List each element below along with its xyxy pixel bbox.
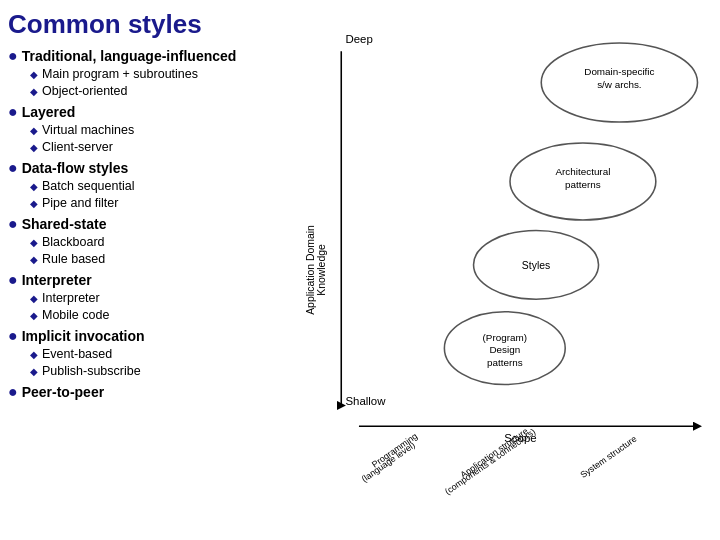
sub-item-text: Virtual machines xyxy=(42,122,134,140)
diamond-icon: ◆ xyxy=(30,68,38,82)
sub-item: ◆Object-oriented xyxy=(30,83,282,101)
section-header-layered: ●Layered xyxy=(8,103,282,121)
diamond-icon: ◆ xyxy=(30,309,38,323)
svg-text:patterns: patterns xyxy=(565,179,601,190)
bullet-implicit: ● xyxy=(8,327,18,345)
sub-item-text: Mobile code xyxy=(42,307,109,325)
diamond-icon: ◆ xyxy=(30,292,38,306)
sub-items-interpreter: ◆Interpreter◆Mobile code xyxy=(8,290,282,325)
section-header-interpreter: ●Interpreter xyxy=(8,271,282,289)
sub-item-text: Pipe and filter xyxy=(42,195,118,213)
diamond-icon: ◆ xyxy=(30,124,38,138)
svg-text:System structure: System structure xyxy=(578,434,638,480)
sub-item: ◆Mobile code xyxy=(30,307,282,325)
sub-item: ◆Virtual machines xyxy=(30,122,282,140)
sub-item: ◆Client-server xyxy=(30,139,282,157)
bullet-dataflow: ● xyxy=(8,159,18,177)
left-panel: Common styles ●Traditional, language-inf… xyxy=(0,0,290,540)
sub-item-text: Blackboard xyxy=(42,234,105,252)
sub-item-text: Rule based xyxy=(42,251,105,269)
sub-item-text: Object-oriented xyxy=(42,83,127,101)
section-label-interpreter: Interpreter xyxy=(22,272,92,288)
deep-label: Deep xyxy=(345,33,372,45)
section-header-traditional: ●Traditional, language-influenced xyxy=(8,47,282,65)
sub-item: ◆Pipe and filter xyxy=(30,195,282,213)
section-traditional: ●Traditional, language-influenced◆Main p… xyxy=(8,47,282,101)
shallow-label: Shallow xyxy=(345,395,386,407)
svg-text:Design: Design xyxy=(489,344,520,355)
sub-item: ◆Blackboard xyxy=(30,234,282,252)
svg-text:(components & connectors): (components & connectors) xyxy=(443,426,537,496)
svg-text:patterns: patterns xyxy=(487,357,523,368)
sub-items-layered: ◆Virtual machines◆Client-server xyxy=(8,122,282,157)
diamond-icon: ◆ xyxy=(30,197,38,211)
section-label-layered: Layered xyxy=(22,104,76,120)
svg-text:(language level): (language level) xyxy=(360,440,417,484)
sub-item: ◆Batch sequential xyxy=(30,178,282,196)
section-header-peer: ●Peer-to-peer xyxy=(8,383,282,401)
svg-text:Application Domain: Application Domain xyxy=(305,225,316,315)
sub-item: ◆Main program + subroutines xyxy=(30,66,282,84)
right-panel: Application Domain Knowledge Deep Shallo… xyxy=(290,0,720,540)
diagram-container: Application Domain Knowledge Deep Shallo… xyxy=(300,20,720,520)
svg-text:Architectural: Architectural xyxy=(555,166,610,177)
section-header-sharedstate: ●Shared-state xyxy=(8,215,282,233)
section-header-implicit: ●Implicit invocation xyxy=(8,327,282,345)
diamond-icon: ◆ xyxy=(30,253,38,267)
diamond-icon: ◆ xyxy=(30,365,38,379)
sub-item-text: Client-server xyxy=(42,139,113,157)
section-header-dataflow: ●Data-flow styles xyxy=(8,159,282,177)
bullet-layered: ● xyxy=(8,103,18,121)
diamond-icon: ◆ xyxy=(30,236,38,250)
page-title: Common styles xyxy=(8,10,282,39)
sub-item: ◆Interpreter xyxy=(30,290,282,308)
diamond-icon: ◆ xyxy=(30,141,38,155)
diamond-icon: ◆ xyxy=(30,180,38,194)
sub-item: ◆Publish-subscribe xyxy=(30,363,282,381)
sub-item-text: Event-based xyxy=(42,346,112,364)
sub-item: ◆Rule based xyxy=(30,251,282,269)
sub-items-traditional: ◆Main program + subroutines◆Object-orien… xyxy=(8,66,282,101)
sub-item-text: Batch sequential xyxy=(42,178,134,196)
bullet-peer: ● xyxy=(8,383,18,401)
sub-item-text: Main program + subroutines xyxy=(42,66,198,84)
sub-item-text: Interpreter xyxy=(42,290,100,308)
section-dataflow: ●Data-flow styles◆Batch sequential◆Pipe … xyxy=(8,159,282,213)
section-interpreter: ●Interpreter◆Interpreter◆Mobile code xyxy=(8,271,282,325)
sub-item: ◆Event-based xyxy=(30,346,282,364)
svg-text:s/w archs.: s/w archs. xyxy=(597,79,641,90)
diamond-icon: ◆ xyxy=(30,348,38,362)
section-implicit: ●Implicit invocation◆Event-based◆Publish… xyxy=(8,327,282,381)
svg-text:(Program): (Program) xyxy=(483,332,527,343)
section-label-peer: Peer-to-peer xyxy=(22,384,104,400)
svg-text:Knowledge: Knowledge xyxy=(316,244,327,296)
section-sharedstate: ●Shared-state◆Blackboard◆Rule based xyxy=(8,215,282,269)
svg-text:Domain-specific: Domain-specific xyxy=(584,66,654,77)
bullet-interpreter: ● xyxy=(8,271,18,289)
section-layered: ●Layered◆Virtual machines◆Client-server xyxy=(8,103,282,157)
sub-items-sharedstate: ◆Blackboard◆Rule based xyxy=(8,234,282,269)
svg-text:Styles: Styles xyxy=(522,260,550,271)
sub-items-implicit: ◆Event-based◆Publish-subscribe xyxy=(8,346,282,381)
diamond-icon: ◆ xyxy=(30,85,38,99)
sub-items-dataflow: ◆Batch sequential◆Pipe and filter xyxy=(8,178,282,213)
section-peer: ●Peer-to-peer xyxy=(8,383,282,401)
sub-item-text: Publish-subscribe xyxy=(42,363,141,381)
section-label-sharedstate: Shared-state xyxy=(22,216,107,232)
section-label-dataflow: Data-flow styles xyxy=(22,160,129,176)
bullet-traditional: ● xyxy=(8,47,18,65)
bullet-sharedstate: ● xyxy=(8,215,18,233)
section-label-traditional: Traditional, language-influenced xyxy=(22,48,237,64)
section-label-implicit: Implicit invocation xyxy=(22,328,145,344)
